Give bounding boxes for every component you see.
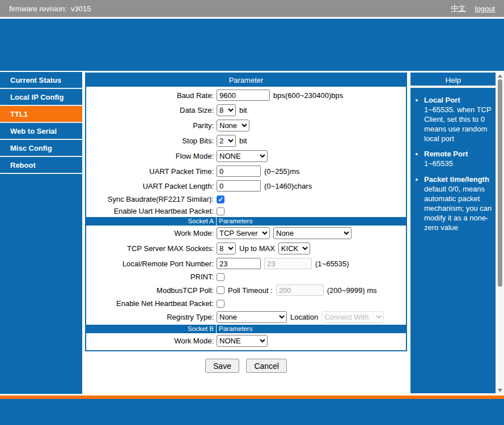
help-panel: Help Local Port 1~65535. when TCP Client… (410, 73, 496, 393)
socket-a-header-left: Socket A (86, 217, 217, 226)
net-heartbeat-label: Enable Net Heartbeat Packet: (86, 299, 217, 308)
local-port-input[interactable] (217, 258, 261, 269)
sync-baudrate-label: Sync Baudrate(RF2217 Similar): (86, 195, 217, 203)
help-item-local-port: Local Port 1~65535. when TCP Client, set… (424, 96, 493, 143)
uart-packet-time-input[interactable] (217, 165, 261, 177)
registry-type-label: Registry Type: (86, 313, 217, 321)
scrollbar-up-arrow-icon[interactable] (498, 74, 502, 78)
max-sockets-select[interactable]: 8 (217, 243, 236, 254)
print-label: PRINT: (86, 273, 217, 281)
top-bar: firmware revision: v3015 中文 logout (0, 0, 504, 17)
sidebar-item-reboot[interactable]: Reboot (0, 157, 82, 174)
uart-packet-length-input[interactable] (217, 180, 261, 192)
sidebar-item-current-status[interactable]: Current Status (0, 72, 82, 89)
socket-a-work-mode-select[interactable]: TCP Server (217, 227, 270, 239)
port-number-suffix: (1~65535) (315, 260, 349, 268)
cancel-button[interactable]: Cancel (246, 359, 287, 373)
uart-packet-length-row: UART Packet Length: (0~1460)chars (86, 178, 406, 193)
remote-port-input (264, 258, 312, 269)
parity-select[interactable]: None (217, 120, 249, 131)
location-select: Connect With (321, 311, 384, 323)
net-heartbeat-checkbox[interactable] (217, 300, 225, 308)
help-title: Help (410, 73, 496, 88)
stop-bits-select[interactable]: 2 (217, 135, 236, 147)
main-area: Parameter Baud Rate: bps(600~230400)bps … (85, 73, 407, 373)
help-body: Local Port 1~65535. when TCP Client, set… (410, 88, 496, 233)
footer-band (0, 399, 504, 425)
language-link[interactable]: 中文 (451, 3, 466, 14)
parameter-panel: Parameter Baud Rate: bps(600~230400)bps … (85, 73, 407, 351)
help-item-title: Remote Port (424, 150, 493, 159)
help-item-title: Local Port (424, 96, 493, 105)
port-number-row: Local/Remote Port Number: (1~65535) (86, 256, 406, 271)
max-sockets-mid-label: Up to MAX (239, 244, 275, 253)
uart-packet-time-row: UART Packet Time: (0~255)ms (86, 164, 406, 178)
stop-bits-suffix: bit (239, 137, 247, 145)
port-number-label: Local/Remote Port Number: (86, 260, 217, 268)
firmware-revision-label: firmware revision: v3015 (9, 5, 91, 13)
sync-baudrate-checkbox[interactable] (217, 196, 225, 203)
help-item-body: default 0/0, means automatic packet mech… (424, 185, 492, 232)
sidebar-item-ttl1[interactable]: TTL1 (0, 106, 82, 123)
sync-baudrate-row: Sync Baudrate(RF2217 Similar): (86, 193, 406, 205)
registry-type-row: Registry Type: None Location Connect Wit… (86, 309, 406, 325)
sidebar-item-local-ip-config[interactable]: Local IP Config (0, 89, 82, 106)
help-item-body: 1~65535 (424, 159, 453, 168)
data-size-label: Data Size: (86, 106, 217, 114)
parameter-form: Baud Rate: bps(600~230400)bps Data Size:… (86, 87, 406, 350)
sidebar-item-misc-config[interactable]: Misc Config (0, 140, 82, 157)
kick-policy-select[interactable]: KICK (278, 243, 310, 254)
socket-a-work-submode-select[interactable]: None (273, 227, 351, 239)
poll-timeout-label: Poll Timeout : (228, 286, 273, 295)
socket-b-header-left: Socket B (86, 325, 217, 333)
uart-heartbeat-row: Enable Uart Heartbeat Packet: (86, 205, 406, 217)
socket-b-work-mode-select[interactable]: NONE (217, 335, 268, 347)
flow-mode-label: Flow Mode: (86, 152, 217, 160)
socket-b-work-mode-label: Work Mode: (86, 337, 217, 345)
help-item-packet-time-length: Packet time/length default 0/0, means au… (424, 175, 493, 232)
registry-type-select[interactable]: None (217, 311, 287, 323)
parity-row: Parity: None (86, 118, 406, 133)
socket-b-header-right: Parameters (217, 325, 252, 333)
scrollbar-down-arrow-icon[interactable] (498, 389, 502, 392)
form-actions: Save Cancel (85, 359, 407, 373)
uart-heartbeat-checkbox[interactable] (217, 207, 225, 215)
help-item-title: Packet time/length (424, 175, 493, 185)
flow-mode-select[interactable]: NONE (217, 150, 268, 162)
max-sockets-label: TCP Server MAX Sockets: (86, 244, 217, 253)
location-label: Location (290, 313, 318, 321)
help-item-body: 1~65535. when TCP Client, set this to 0 … (424, 105, 491, 143)
data-size-suffix: bit (239, 106, 247, 114)
uart-packet-time-label: UART Packet Time: (86, 167, 217, 176)
help-item-remote-port: Remote Port 1~65535 (424, 150, 493, 169)
data-size-select[interactable]: 8 (217, 104, 236, 116)
parity-label: Parity: (86, 121, 217, 130)
socket-a-work-mode-label: Work Mode: (86, 229, 217, 237)
sidebar-item-web-to-serial[interactable]: Web to Serial (0, 123, 82, 140)
poll-timeout-input (276, 284, 324, 296)
baud-rate-label: Baud Rate: (86, 91, 217, 100)
content-area: Current Status Local IP Config TTL1 Web … (0, 72, 504, 394)
scrollbar-thumb[interactable] (498, 79, 502, 287)
socket-a-header-right: Parameters (217, 217, 252, 226)
data-size-row: Data Size: 8 bit (86, 103, 406, 118)
socket-b-header: Socket B Parameters (86, 325, 406, 333)
sidebar-nav: Current Status Local IP Config TTL1 Web … (0, 72, 82, 394)
socket-a-work-mode-row: Work Mode: TCP Server None (86, 226, 406, 241)
baud-rate-suffix: bps(600~230400)bps (273, 91, 343, 100)
print-checkbox[interactable] (217, 273, 225, 281)
save-button[interactable]: Save (205, 359, 239, 373)
modbus-poll-checkbox[interactable] (217, 286, 225, 294)
uart-packet-length-suffix: (0~1460)chars (264, 182, 312, 190)
flow-mode-row: Flow Mode: NONE (86, 148, 406, 164)
uart-packet-length-label: UART Packet Length: (86, 182, 217, 190)
uart-packet-time-suffix: (0~255)ms (264, 167, 300, 176)
logout-link[interactable]: logout (475, 5, 495, 13)
baud-rate-input[interactable] (217, 90, 270, 101)
socket-b-work-mode-row: Work Mode: NONE (86, 333, 406, 348)
page-scrollbar[interactable] (495, 72, 504, 394)
panel-title: Parameter (86, 74, 406, 87)
header-banner (0, 19, 504, 71)
stop-bits-row: Stop Bits: 2 bit (86, 133, 406, 148)
modbus-poll-label: ModbusTCP Poll: (86, 286, 217, 295)
